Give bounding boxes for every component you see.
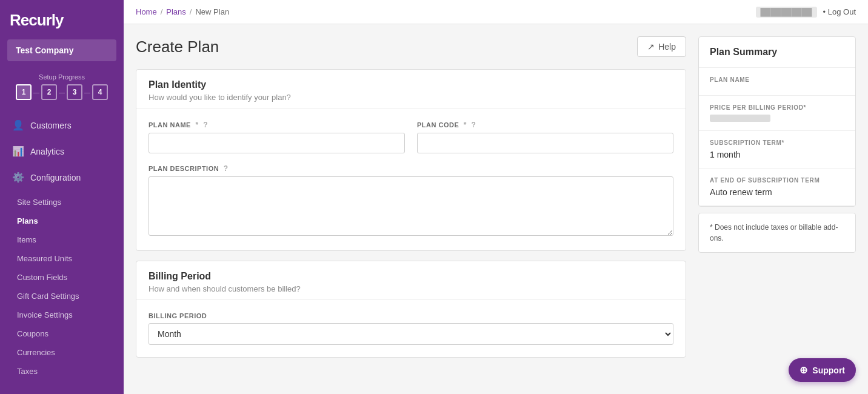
plan-description-label: PLAN DESCRIPTION ? <box>149 164 673 173</box>
billing-period-subtitle: How and when should customers be billed? <box>149 284 673 293</box>
external-link-icon: ↗ <box>647 42 655 52</box>
billing-period-select[interactable]: Month Year Week Day <box>149 323 673 345</box>
plan-description-input[interactable] <box>149 176 673 236</box>
billing-period-body: BILLING PERIOD Month Year Week Day <box>136 300 686 357</box>
plan-identity-title: Plan Identity <box>149 79 673 90</box>
customers-icon: 👤 <box>12 119 24 131</box>
plan-summary-title: Plan Summary <box>699 37 855 68</box>
topbar-user: ██████████ <box>756 7 817 18</box>
billing-period-title: Billing Period <box>149 271 673 282</box>
summary-price-value <box>710 115 770 122</box>
summary-term-value: 1 month <box>710 150 844 159</box>
customers-label: Customers <box>30 121 72 130</box>
plan-name-label-text: PLAN NAME <box>149 121 191 129</box>
plan-summary-card: Plan Summary PLAN NAME PRICE PER BILLING… <box>698 36 856 207</box>
logo-text: Recurly <box>10 11 63 29</box>
plan-code-help-icon: ? <box>472 121 476 129</box>
sidebar-item-analytics[interactable]: 📊 Analytics <box>0 138 124 164</box>
step-1: 1 <box>16 84 32 100</box>
step-2: 2 <box>41 84 57 100</box>
summary-end-of-term-label: AT END OF SUBSCRIPTION TERM <box>710 177 844 184</box>
step-3: 3 <box>67 84 82 100</box>
analytics-label: Analytics <box>30 147 64 156</box>
summary-term-row: SUBSCRIPTION TERM* 1 month <box>699 131 855 169</box>
plan-identity-card: Plan Identity How would you like to iden… <box>136 69 686 251</box>
summary-note: * Does not include taxes or billable add… <box>698 213 856 253</box>
configuration-icon: ⚙️ <box>12 172 24 183</box>
progress-steps: 1 — 2 — 3 — 4 <box>10 84 114 100</box>
plan-name-required: * <box>195 121 198 129</box>
plan-name-group: PLAN NAME * ? <box>149 121 405 153</box>
configuration-sub-nav: Site Settings Plans Items Measured Units… <box>0 193 124 381</box>
breadcrumb-current: New Plan <box>195 7 229 16</box>
breadcrumb-home[interactable]: Home <box>136 7 157 16</box>
plan-code-label-text: PLAN CODE <box>417 121 459 129</box>
sidebar-item-configuration[interactable]: ⚙️ Configuration <box>0 164 124 190</box>
plan-identity-body: PLAN NAME * ? PLAN CODE * ? <box>136 109 686 250</box>
plan-code-required: * <box>464 121 467 129</box>
plan-code-input[interactable] <box>417 133 673 153</box>
sidebar-item-coupons[interactable]: Coupons <box>0 324 124 343</box>
plan-code-group: PLAN CODE * ? <box>417 121 673 153</box>
sidebar-item-invoice-settings[interactable]: Invoice Settings <box>0 306 124 324</box>
sidebar-item-items[interactable]: Items <box>0 230 124 249</box>
help-button-label: Help <box>658 42 676 52</box>
sidebar-item-plans[interactable]: Plans <box>0 212 124 230</box>
summary-plan-name-row: PLAN NAME <box>699 68 855 96</box>
billing-period-card: Billing Period How and when should custo… <box>136 261 686 358</box>
sidebar-item-customers[interactable]: 👤 Customers <box>0 112 124 138</box>
summary-term-label: SUBSCRIPTION TERM* <box>710 139 844 146</box>
topbar: Home / Plans / New Plan ██████████ • Log… <box>124 0 868 24</box>
plan-identity-header: Plan Identity How would you like to iden… <box>136 70 686 109</box>
plan-name-help-icon: ? <box>203 121 208 129</box>
plan-name-label: PLAN NAME * ? <box>149 121 405 129</box>
form-section: Create Plan ↗ Help Plan Identity How wou… <box>136 36 686 382</box>
support-button[interactable]: ⊕ Support <box>789 358 856 382</box>
summary-end-of-term-value: Auto renew term <box>710 187 844 197</box>
plan-code-label: PLAN CODE * ? <box>417 121 673 129</box>
setup-progress: Setup Progress 1 — 2 — 3 — 4 <box>0 70 124 107</box>
plan-description-group: PLAN DESCRIPTION ? <box>149 164 673 238</box>
sidebar-item-currencies[interactable]: Currencies <box>0 343 124 362</box>
configuration-label: Configuration <box>30 173 81 182</box>
plan-identity-subtitle: How would you like to identify your plan… <box>149 93 673 102</box>
analytics-icon: 📊 <box>12 145 24 157</box>
billing-period-group: BILLING PERIOD Month Year Week Day <box>149 312 673 345</box>
topbar-right: ██████████ • Log Out <box>756 7 856 18</box>
content-area: Create Plan ↗ Help Plan Identity How wou… <box>124 24 868 394</box>
breadcrumb: Home / Plans / New Plan <box>136 7 229 16</box>
summary-end-of-term-row: AT END OF SUBSCRIPTION TERM Auto renew t… <box>699 169 855 206</box>
summary-plan-name-label: PLAN NAME <box>710 76 844 83</box>
sidebar: Recurly Test Company Setup Progress 1 — … <box>0 0 124 394</box>
help-button[interactable]: ↗ Help <box>637 36 686 57</box>
support-button-label: Support <box>812 366 845 375</box>
company-button[interactable]: Test Company <box>7 39 116 61</box>
plan-name-input[interactable] <box>149 133 405 153</box>
page-header: Create Plan ↗ Help <box>136 36 686 57</box>
billing-period-header: Billing Period How and when should custo… <box>136 261 686 300</box>
sidebar-item-taxes[interactable]: Taxes <box>0 362 124 381</box>
page-title: Create Plan <box>136 38 219 56</box>
sidebar-item-site-settings[interactable]: Site Settings <box>0 193 124 212</box>
support-icon: ⊕ <box>800 364 807 376</box>
summary-price-row: PRICE PER BILLING PERIOD* <box>699 96 855 131</box>
breadcrumb-plans[interactable]: Plans <box>166 7 186 16</box>
app-logo: Recurly <box>0 0 124 36</box>
sidebar-item-gift-card-settings[interactable]: Gift Card Settings <box>0 287 124 306</box>
plan-desc-help-icon: ? <box>224 164 229 173</box>
main-content: Home / Plans / New Plan ██████████ • Log… <box>124 0 868 394</box>
summary-price-label: PRICE PER BILLING PERIOD* <box>710 104 844 111</box>
plan-summary-section: Plan Summary PLAN NAME PRICE PER BILLING… <box>698 36 856 382</box>
sidebar-nav: 👤 Customers 📊 Analytics ⚙️ Configuration… <box>0 107 124 394</box>
setup-progress-label: Setup Progress <box>39 73 85 81</box>
step-4: 4 <box>92 84 108 100</box>
logout-link[interactable]: • Log Out <box>823 7 856 16</box>
sidebar-item-measured-units[interactable]: Measured Units <box>0 249 124 268</box>
sidebar-item-custom-fields[interactable]: Custom Fields <box>0 268 124 287</box>
plan-name-code-row: PLAN NAME * ? PLAN CODE * ? <box>149 121 673 153</box>
billing-period-label: BILLING PERIOD <box>149 312 673 319</box>
plan-desc-label-text: PLAN DESCRIPTION <box>149 165 219 172</box>
